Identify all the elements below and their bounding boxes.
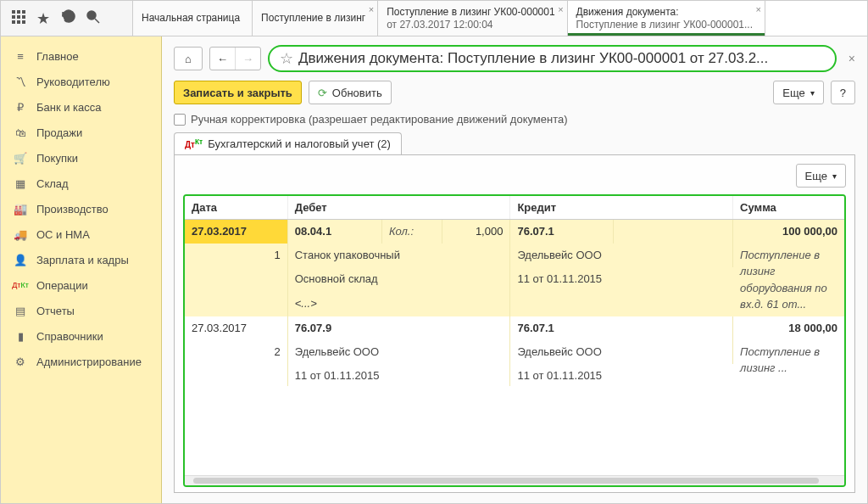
- sidebar-item-warehouse[interactable]: ▦Склад: [1, 171, 161, 196]
- more-button[interactable]: Еще▾: [773, 81, 823, 104]
- close-page-button[interactable]: ×: [849, 52, 855, 65]
- horizontal-scrollbar[interactable]: [185, 475, 844, 485]
- col-debit[interactable]: Дебет: [287, 196, 510, 220]
- apps-icon[interactable]: [11, 9, 26, 27]
- table-row[interactable]: 27.03.2017 08.04.1 Кол.: 1,000 76.07.1 1…: [185, 220, 844, 316]
- sidebar-item-purchases[interactable]: 🛒Покупки: [1, 145, 161, 171]
- page-title-wrap: ☆ Движения документа: Поступление в лизи…: [268, 45, 837, 72]
- tab-accounting[interactable]: ДтКт Бухгалтерский и налоговый учет (2): [174, 132, 402, 154]
- sidebar-item-admin[interactable]: ⚙Администрирование: [1, 349, 161, 374]
- sidebar-item-assets[interactable]: 🚚ОС и НМА: [1, 221, 161, 247]
- sidebar-item-reports[interactable]: ▤Отчеты: [1, 298, 161, 323]
- refresh-icon: ⟳: [318, 87, 327, 99]
- forward-button[interactable]: →: [236, 48, 260, 70]
- sidebar: ≡Главное 〽Руководителю ₽Банк и касса 🛍Пр…: [1, 36, 162, 504]
- factory-icon: 🏭: [13, 201, 28, 216]
- table-row[interactable]: 27.03.2017 76.07.9 76.07.1 18 000,00 2 Э…: [185, 316, 844, 388]
- table-more-button[interactable]: Еще▾: [796, 164, 846, 188]
- svg-rect-2: [22, 10, 25, 14]
- home-button[interactable]: ⌂: [174, 47, 203, 70]
- person-icon: 👤: [13, 252, 28, 267]
- cart-icon: 🛒: [13, 150, 28, 165]
- dtk-icon: ДтКт: [13, 277, 28, 293]
- favorite-icon[interactable]: ☆: [280, 49, 293, 68]
- search-icon[interactable]: [86, 9, 101, 27]
- svg-rect-8: [22, 20, 25, 24]
- refresh-button[interactable]: ⟳Обновить: [309, 81, 392, 104]
- sidebar-item-refs[interactable]: ▮Справочники: [1, 323, 161, 349]
- sidebar-item-hr[interactable]: 👤Зарплата и кадры: [1, 247, 161, 272]
- accounting-table: Дата Дебет Кредит Сумма 27.03.2017 08.04…: [185, 196, 844, 386]
- svg-point-9: [87, 11, 96, 20]
- close-icon[interactable]: ×: [369, 4, 374, 15]
- tab-leasing[interactable]: Поступление в лизинг×: [253, 1, 378, 36]
- chevron-down-icon: ▾: [832, 171, 837, 181]
- help-button[interactable]: ?: [831, 81, 855, 104]
- tab-home[interactable]: Начальная страница: [133, 1, 253, 36]
- top-tabs: Начальная страница Поступление в лизинг×…: [133, 1, 867, 36]
- svg-rect-6: [12, 20, 15, 24]
- sidebar-item-sales[interactable]: 🛍Продажи: [1, 120, 161, 145]
- save-close-button[interactable]: Записать и закрыть: [174, 81, 302, 104]
- close-icon[interactable]: ×: [756, 4, 761, 15]
- table-header: Дата Дебет Кредит Сумма: [185, 196, 844, 220]
- col-credit[interactable]: Кредит: [510, 196, 733, 220]
- arrow-left-icon: ←: [217, 53, 228, 65]
- ruble-icon: ₽: [13, 99, 28, 115]
- sidebar-item-production[interactable]: 🏭Производство: [1, 196, 161, 221]
- col-sum[interactable]: Сумма: [733, 196, 844, 220]
- svg-rect-7: [17, 20, 20, 24]
- manual-correction-label: Ручная корректировка (разрешает редактир…: [191, 113, 568, 126]
- tab-movements[interactable]: Движения документа:Поступление в лизинг …: [568, 1, 765, 36]
- sidebar-item-manager[interactable]: 〽Руководителю: [1, 69, 161, 94]
- home-icon: ⌂: [185, 53, 192, 65]
- truck-icon: 🚚: [13, 227, 28, 242]
- chevron-down-icon: ▾: [810, 88, 815, 98]
- sidebar-item-operations[interactable]: ДтКтОперации: [1, 272, 161, 298]
- book-icon: ▮: [13, 328, 28, 344]
- sidebar-item-bank[interactable]: ₽Банк и касса: [1, 94, 161, 120]
- chart-icon: 〽: [13, 74, 28, 89]
- report-icon: ▤: [13, 303, 28, 318]
- svg-line-10: [95, 19, 99, 23]
- gear-icon: ⚙: [13, 354, 28, 369]
- history-icon[interactable]: [60, 9, 75, 27]
- col-date[interactable]: Дата: [185, 196, 287, 220]
- bars-icon: ≡: [13, 48, 28, 64]
- bag-icon: 🛍: [13, 125, 28, 140]
- svg-rect-3: [12, 15, 15, 19]
- page-title: Движения документа: Поступление в лизинг…: [298, 50, 825, 67]
- tab-doc[interactable]: Поступление в лизинг УК00-000001от 27.03…: [378, 1, 567, 36]
- svg-rect-0: [12, 10, 15, 14]
- svg-rect-4: [17, 15, 20, 19]
- svg-rect-5: [22, 15, 25, 19]
- arrow-right-icon: →: [242, 53, 253, 65]
- dtk-icon: ДтКт: [185, 137, 203, 149]
- back-button[interactable]: ←: [210, 48, 236, 70]
- sidebar-item-main[interactable]: ≡Главное: [1, 43, 161, 69]
- manual-correction-checkbox[interactable]: [174, 114, 186, 126]
- svg-rect-1: [17, 10, 20, 14]
- close-icon[interactable]: ×: [558, 4, 563, 15]
- star-icon[interactable]: ★: [36, 9, 50, 28]
- boxes-icon: ▦: [13, 176, 28, 191]
